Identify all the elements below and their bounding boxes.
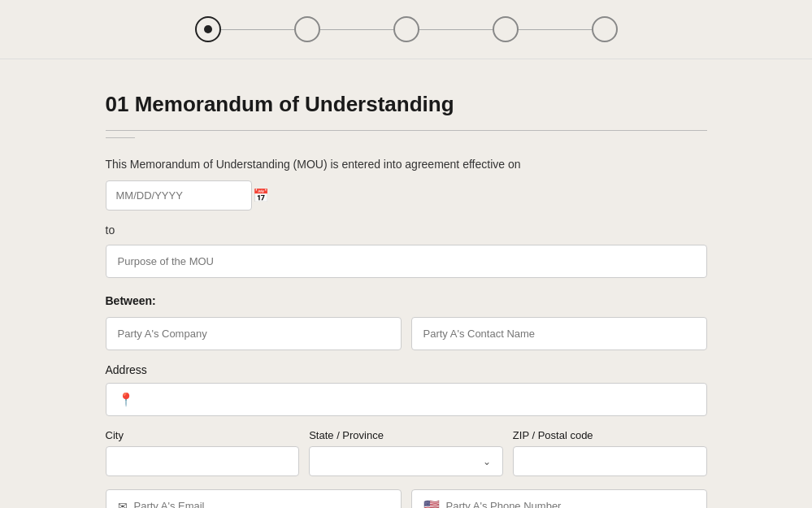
address-input-wrapper[interactable]: 📍	[106, 383, 707, 416]
step-line-2	[320, 29, 393, 30]
chevron-down-icon: ⌄	[483, 456, 491, 467]
step-3-circle[interactable]	[393, 16, 419, 42]
step-line-4	[519, 29, 592, 30]
address-input[interactable]	[141, 393, 695, 406]
party-a-contact-input[interactable]	[411, 317, 707, 350]
zip-label: ZIP / Postal code	[513, 429, 707, 441]
phone-input[interactable]	[446, 500, 695, 508]
step-line-1	[221, 29, 294, 30]
email-icon: ✉	[118, 500, 128, 509]
state-select[interactable]	[321, 455, 483, 467]
page-title: 01 Memorandum of Understanding	[106, 92, 707, 117]
state-select-wrapper[interactable]: ⌄	[309, 446, 503, 476]
state-label: State / Province	[309, 429, 503, 441]
date-input[interactable]	[116, 189, 253, 202]
main-content: 01 Memorandum of Understanding This Memo…	[89, 59, 723, 508]
zip-input[interactable]	[513, 446, 707, 476]
location-pin-icon: 📍	[118, 392, 134, 407]
step-1-circle[interactable]	[195, 16, 221, 42]
party-a-company-input[interactable]	[106, 317, 402, 350]
address-label: Address	[106, 363, 707, 376]
step-4-circle[interactable]	[493, 16, 519, 42]
phone-input-wrapper[interactable]: 🇺🇸	[411, 489, 707, 508]
divider-main	[106, 130, 707, 131]
step-2-circle[interactable]	[294, 16, 320, 42]
email-input[interactable]	[134, 500, 389, 508]
email-phone-row: ✉ 🇺🇸	[106, 489, 707, 508]
state-column: State / Province ⌄	[309, 429, 503, 476]
city-label: City	[106, 429, 300, 441]
between-label: Between:	[106, 294, 707, 307]
calendar-icon[interactable]: 📅	[253, 188, 269, 203]
purpose-input[interactable]	[106, 245, 707, 278]
divider-short	[106, 137, 135, 138]
zip-column: ZIP / Postal code	[513, 429, 707, 476]
flag-icon: 🇺🇸	[423, 498, 440, 508]
progress-steps	[195, 16, 618, 42]
email-input-wrapper[interactable]: ✉	[106, 489, 402, 508]
city-state-zip-row: City State / Province ⌄ ZIP / Postal cod…	[106, 429, 707, 476]
to-label: to	[106, 224, 707, 237]
step-line-3	[419, 29, 493, 30]
intro-text: This Memorandum of Understanding (MOU) i…	[106, 158, 707, 171]
date-input-wrapper[interactable]: 📅	[106, 180, 252, 211]
city-input[interactable]	[106, 446, 300, 476]
city-column: City	[106, 429, 300, 476]
progress-bar	[0, 0, 812, 59]
step-5-circle[interactable]	[592, 16, 618, 42]
party-name-row	[106, 317, 707, 350]
